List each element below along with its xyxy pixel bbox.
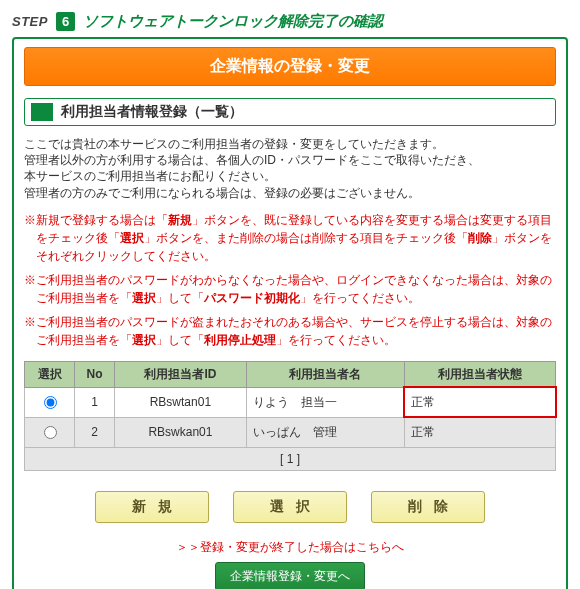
- cell-status: 正常: [404, 417, 555, 447]
- step-label: STEP: [12, 14, 48, 29]
- intro-line: 本サービスのご利用担当者にお配りください。: [24, 169, 276, 183]
- step-number: 6: [56, 12, 75, 31]
- table-row: 2 RBswkan01 いっぱん 管理 正常: [25, 417, 556, 447]
- note-line: ※新規で登録する場合は「新規」ボタンを、既に登録している内容を変更する場合は変更…: [24, 211, 556, 265]
- section-title: 利用担当者情報登録（一覧）: [61, 103, 243, 121]
- section-header: 利用担当者情報登録（一覧）: [24, 98, 556, 126]
- select-button[interactable]: 選択: [233, 491, 347, 523]
- intro-line: ここでは貴社の本サービスのご利用担当者の登録・変更をしていただきます。: [24, 137, 444, 151]
- section-marker-icon: [31, 103, 53, 121]
- table-row: 1 RBswtan01 りよう 担当一 正常: [25, 387, 556, 417]
- col-id: 利用担当者ID: [115, 361, 247, 387]
- intro-line: 管理者の方のみでご利用になられる場合は、登録の必要はございません。: [24, 186, 420, 200]
- cell-id: RBswtan01: [115, 387, 247, 417]
- note-line: ※ご利用担当者のパスワードがわからなくなった場合や、ログインできなくなった場合は…: [24, 271, 556, 307]
- col-name: 利用担当者名: [246, 361, 404, 387]
- row-radio[interactable]: [44, 396, 57, 409]
- step-header: STEP 6 ソフトウェアトークンロック解除完了の確認: [12, 12, 568, 31]
- cell-no: 2: [75, 417, 115, 447]
- page-title-banner: 企業情報の登録・変更: [24, 47, 556, 86]
- note-line: ※ご利用担当者のパスワードが盗まれたおそれのある場合や、サービスを停止する場合は…: [24, 313, 556, 349]
- panel: 企業情報の登録・変更 利用担当者情報登録（一覧） ここでは貴社の本サービスのご利…: [12, 37, 568, 589]
- col-select: 選択: [25, 361, 75, 387]
- intro-line: 管理者以外の方が利用する場合は、各個人のID・パスワードをここで取得いただき、: [24, 153, 480, 167]
- cell-name: りよう 担当一: [246, 387, 404, 417]
- notes-block: ※新規で登録する場合は「新規」ボタンを、既に登録している内容を変更する場合は変更…: [24, 211, 556, 349]
- button-row: 新規 選択 削除: [24, 491, 556, 523]
- cell-name: いっぱん 管理: [246, 417, 404, 447]
- finish-area: ＞＞登録・変更が終了した場合はこちらへ 企業情報登録・変更へ: [24, 539, 556, 589]
- user-table: 選択 No 利用担当者ID 利用担当者名 利用担当者状態 1 RBswtan01…: [24, 361, 556, 448]
- col-status: 利用担当者状態: [404, 361, 555, 387]
- row-radio[interactable]: [44, 426, 57, 439]
- pager: [ 1 ]: [24, 448, 556, 471]
- finish-link[interactable]: ＞＞登録・変更が終了した場合はこちらへ: [176, 540, 404, 554]
- intro-text: ここでは貴社の本サービスのご利用担当者の登録・変更をしていただきます。 管理者以…: [24, 136, 556, 201]
- cell-id: RBswkan01: [115, 417, 247, 447]
- finish-button[interactable]: 企業情報登録・変更へ: [215, 562, 365, 589]
- cell-status-highlight: 正常: [404, 387, 555, 417]
- cell-no: 1: [75, 387, 115, 417]
- delete-button[interactable]: 削除: [371, 491, 485, 523]
- col-no: No: [75, 361, 115, 387]
- step-title: ソフトウェアトークンロック解除完了の確認: [83, 12, 383, 31]
- new-button[interactable]: 新規: [95, 491, 209, 523]
